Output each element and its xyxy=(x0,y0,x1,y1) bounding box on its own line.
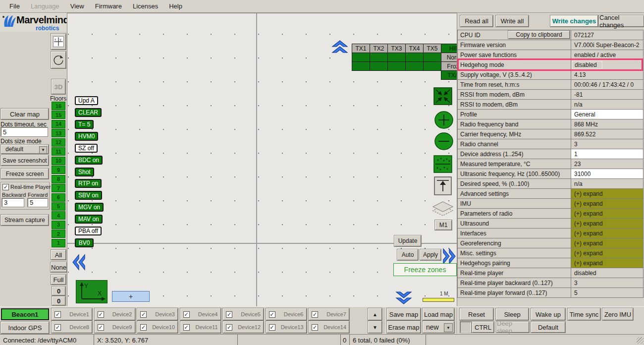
floor-10[interactable]: 10 xyxy=(52,157,65,165)
setting-value[interactable]: General xyxy=(571,110,643,119)
overlay-button-mgv-on[interactable]: MGV on xyxy=(75,203,104,212)
sleep-button[interactable]: Sleep xyxy=(496,308,529,320)
deep-sleep-button[interactable]: Deep sleep xyxy=(496,322,529,333)
tx-cell[interactable] xyxy=(352,53,370,62)
save-screenshot-button[interactable]: Save screenshot xyxy=(1,155,49,166)
floor-12[interactable]: 12 xyxy=(52,138,65,147)
indoor-gps-button[interactable]: Indoor GPS xyxy=(1,322,49,334)
freeze-zones-button[interactable]: Freeze zones xyxy=(393,263,457,276)
checkbox-checked-icon[interactable]: ✓ xyxy=(269,324,275,331)
floors-counter-bottom[interactable]: 0 xyxy=(52,296,65,305)
overlay-button-upd-a[interactable]: Upd A xyxy=(75,96,98,105)
device-toggle-device8[interactable]: ✓Device8 xyxy=(52,321,92,333)
device-toggle-device3[interactable]: ✓Device3 xyxy=(137,308,178,320)
overlay-button-clear[interactable]: CLEAR xyxy=(75,108,102,117)
checkbox-checked-icon[interactable]: ✓ xyxy=(226,311,232,318)
write-changes-button[interactable]: Write changes xyxy=(550,15,598,27)
floors-all-button[interactable]: All xyxy=(51,250,66,260)
device-toggle-device2[interactable]: ✓Device2 xyxy=(95,308,135,320)
checkbox-checked-icon[interactable]: ✓ xyxy=(98,324,104,331)
device-toggle-device5[interactable]: ✓Device5 xyxy=(223,308,264,320)
checkbox-checked-icon[interactable]: ✓ xyxy=(312,324,318,331)
tx-header-tx1[interactable]: TX1 xyxy=(352,44,370,53)
floor-9[interactable]: 9 xyxy=(52,166,65,174)
setting-value[interactable]: (+) expand xyxy=(571,219,643,228)
floor-3[interactable]: 3 xyxy=(52,221,65,229)
overlay-button-shot[interactable]: Shot xyxy=(75,168,94,176)
tx-header-tx3[interactable]: TX3 xyxy=(387,44,406,53)
forward-input[interactable]: 5 xyxy=(28,198,48,207)
pan-right-icon[interactable] xyxy=(441,248,457,265)
floor-6[interactable]: 6 xyxy=(52,193,65,202)
device-toggle-device11[interactable]: ✓Device11 xyxy=(180,321,221,333)
checkbox-checked-icon[interactable]: ✓ xyxy=(54,324,61,331)
overlay-button-rtp-on[interactable]: RTP on xyxy=(75,179,102,188)
floor-4[interactable]: 4 xyxy=(52,211,65,220)
floor-14[interactable]: 14 xyxy=(52,120,65,128)
setting-value[interactable]: (+) expand xyxy=(571,238,643,248)
setting-value[interactable]: (+) expand xyxy=(571,229,643,238)
floors-none-button[interactable]: None xyxy=(51,262,67,272)
tx-cell[interactable] xyxy=(405,53,424,62)
dropdown-arrow-icon[interactable]: ▼ xyxy=(39,146,47,154)
scroll-up-button[interactable]: ▲ xyxy=(368,308,382,320)
write-all-button[interactable]: Write all xyxy=(496,15,529,27)
checkbox-checked-icon[interactable]: ✓ xyxy=(98,311,104,318)
checkbox-checked-icon[interactable]: ✓ xyxy=(54,311,61,318)
floor-15[interactable]: 15 xyxy=(52,111,65,119)
submap-plus-box[interactable]: + xyxy=(112,291,150,302)
setting-value[interactable]: 072127 xyxy=(571,30,643,40)
floor-1[interactable]: 1 xyxy=(52,239,65,247)
device-toggle-device1[interactable]: ✓Device1 xyxy=(52,308,92,320)
time-sync-button[interactable]: Time sync xyxy=(568,308,600,320)
realtime-player-checkbox[interactable]: ✓ xyxy=(2,184,9,190)
device-toggle-device13[interactable]: ✓Device13 xyxy=(266,321,307,333)
overlay-button-t-5[interactable]: T= 5 xyxy=(75,120,94,129)
checkbox-checked-icon[interactable]: ✓ xyxy=(140,324,147,331)
device-toggle-device4[interactable]: ✓Device4 xyxy=(180,308,221,320)
checkbox-checked-icon[interactable]: ✓ xyxy=(226,324,232,331)
zoom-out-icon[interactable] xyxy=(434,132,453,151)
floor-7[interactable]: 7 xyxy=(52,184,65,192)
checkbox-checked-icon[interactable]: ✓ xyxy=(312,311,318,318)
checkbox-checked-icon[interactable]: ✓ xyxy=(183,324,190,331)
pan-down-icon[interactable] xyxy=(395,289,412,305)
checkbox-checked-icon[interactable]: ✓ xyxy=(183,311,190,318)
stream-capture-button[interactable]: Stream capture xyxy=(1,215,49,226)
save-map-button[interactable]: Save map xyxy=(387,308,421,320)
checkbox-checked-icon[interactable]: ✓ xyxy=(269,311,275,318)
default-button[interactable]: Default xyxy=(531,322,565,333)
device-toggle-device7[interactable]: ✓Device7 xyxy=(309,308,349,320)
tx-header-tx5[interactable]: TX5 xyxy=(423,44,441,53)
dots-filter-icon[interactable] xyxy=(433,155,452,173)
device-toggle-device12[interactable]: ✓Device12 xyxy=(223,321,264,333)
floors-counter-top[interactable]: 0 xyxy=(52,287,65,295)
pan-left-icon[interactable] xyxy=(71,254,87,271)
freeze-screen-button[interactable]: Freeze screen xyxy=(1,169,49,179)
floors-full-button[interactable]: Full xyxy=(51,275,66,285)
menu-view[interactable]: View xyxy=(65,1,90,11)
cancel-changes-button[interactable]: Cancel changes xyxy=(599,15,644,27)
setting-value[interactable]: (+) expand xyxy=(571,248,643,258)
floor-13[interactable]: 13 xyxy=(52,129,65,137)
tx-cell[interactable] xyxy=(387,53,406,62)
load-map-button[interactable]: Load map xyxy=(423,308,454,320)
3d-view-button[interactable]: 3D xyxy=(52,79,65,94)
floor-8[interactable]: 8 xyxy=(52,175,65,183)
resize-grip[interactable] xyxy=(637,337,644,344)
overlay-button-bv0[interactable]: BV0 xyxy=(75,238,94,247)
erase-map-button[interactable]: Erase map xyxy=(387,321,421,333)
tx-header-tx4[interactable]: TX4 xyxy=(405,44,424,53)
map-canvas[interactable]: Upd ACLEART= 5HVM0SZ offBDC onShotRTP on… xyxy=(67,13,457,306)
zoom-in-icon[interactable] xyxy=(434,111,453,129)
tx-cell[interactable] xyxy=(352,61,370,71)
overlay-button-bdc-on[interactable]: BDC on xyxy=(75,156,103,165)
ctrl-modifier-box[interactable] xyxy=(460,322,471,333)
auto-button[interactable]: Auto xyxy=(397,249,418,260)
fit-to-screen-icon[interactable] xyxy=(433,87,452,105)
tx-cell[interactable] xyxy=(370,53,388,62)
tx-cell[interactable] xyxy=(423,53,441,62)
menu-licenses[interactable]: Licenses xyxy=(127,1,163,11)
floor-5[interactable]: 5 xyxy=(52,202,65,211)
rotate-view-button[interactable] xyxy=(51,52,66,68)
